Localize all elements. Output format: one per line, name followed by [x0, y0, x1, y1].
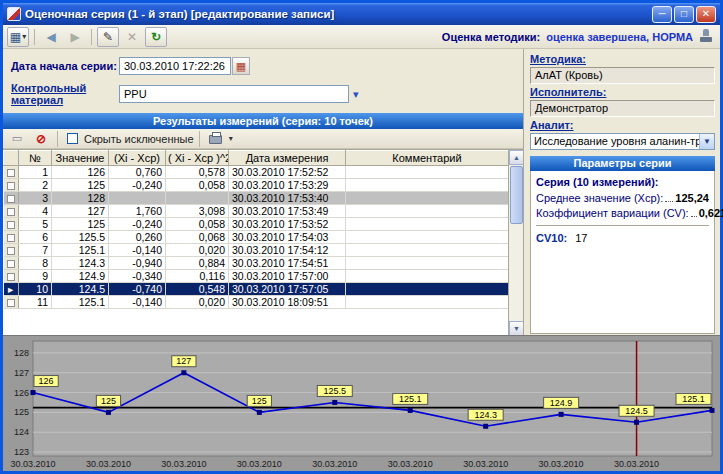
control-material-input[interactable] — [119, 85, 349, 103]
toolbar-separator — [91, 29, 92, 45]
svg-text:125: 125 — [101, 396, 116, 406]
add-measurement-button[interactable]: ▭ — [6, 130, 28, 147]
titlebar: Оценочная серия (1 - й этап) [редактиров… — [3, 3, 720, 25]
svg-text:30.03.2010: 30.03.2010 — [10, 459, 55, 469]
params-divider — [536, 225, 709, 226]
row-indicator — [4, 296, 19, 309]
analyte-label: Аналит: — [530, 119, 715, 131]
cell-value: 124.3 — [52, 257, 109, 270]
cell-diff: -0,140 — [109, 244, 166, 257]
control-material-label: Контрольный материал — [11, 82, 119, 106]
grid-scrollbar[interactable]: ▲ ▼ — [508, 150, 523, 336]
cancel-edit-button[interactable]: ✕ — [121, 27, 143, 47]
results-rows: 1 126 0,760 0,578 30.03.2010 17:52:52 2 … — [4, 166, 509, 309]
row-indicator — [4, 205, 19, 218]
table-row[interactable]: 4 127 1,760 3,098 30.03.2010 17:53:49 — [4, 205, 509, 218]
col-date[interactable]: Дата измерения — [229, 151, 346, 166]
svg-text:128: 128 — [14, 348, 29, 358]
analyte-value: Исследование уровня аланин-трансаминаз — [531, 134, 699, 149]
cell-num: 11 — [19, 296, 52, 309]
minimize-button[interactable]: ─ — [652, 6, 672, 23]
edit-record-button[interactable]: ✎ — [97, 27, 119, 47]
refresh-button[interactable]: ↻ — [145, 27, 167, 47]
svg-text:30.03.2010: 30.03.2010 — [463, 459, 508, 469]
table-row[interactable]: 8 124.3 -0,940 0,884 30.03.2010 17:54:51 — [4, 257, 509, 270]
executor-value: Демонстратор — [530, 100, 715, 117]
table-row[interactable]: 1 126 0,760 0,578 30.03.2010 17:52:52 — [4, 166, 509, 179]
col-value[interactable]: Значение — [52, 151, 109, 166]
analyte-dropdown-icon[interactable]: ▼ — [699, 134, 714, 149]
cell-diff2: 3,098 — [166, 205, 229, 218]
series-start-date-input[interactable] — [119, 57, 231, 75]
row-indicator — [4, 270, 19, 283]
col-comment[interactable]: Комментарий — [346, 151, 509, 166]
cell-diff2 — [166, 192, 229, 205]
cell-value: 124.9 — [52, 270, 109, 283]
scroll-down-button[interactable]: ▼ — [509, 321, 524, 336]
cell-diff — [109, 192, 166, 205]
row-indicator — [4, 166, 19, 179]
cell-comment — [346, 296, 509, 309]
table-row[interactable]: 5 125 -0,240 0,058 30.03.2010 17:53:52 — [4, 218, 509, 231]
row-indicator — [4, 218, 19, 231]
row-indicator — [4, 244, 19, 257]
close-button[interactable]: ✕ — [696, 6, 716, 23]
print-button[interactable] — [205, 130, 227, 147]
cell-comment — [346, 283, 509, 296]
maximize-button[interactable]: □ — [674, 6, 694, 23]
cv-label: Коэффициент вариации (CV): — [536, 207, 689, 219]
executor-label: Исполнитель: — [530, 86, 715, 98]
cell-comment — [346, 270, 509, 283]
scroll-up-button[interactable]: ▲ — [509, 150, 524, 165]
cell-comment — [346, 205, 509, 218]
cell-num: 8 — [19, 257, 52, 270]
edit-icon: ✎ — [103, 31, 113, 43]
cell-comment — [346, 166, 509, 179]
svg-text:127: 127 — [176, 356, 191, 366]
table-row[interactable]: 7 125.1 -0,140 0,020 30.03.2010 17:54:12 — [4, 244, 509, 257]
main-toolbar: ▦ ▾ ◀ ▶ ✎ ✕ ↻ Оценка методики: оценка за… — [3, 25, 720, 49]
cell-diff: 1,760 — [109, 205, 166, 218]
exclude-measurement-button[interactable]: ⊘ — [30, 130, 52, 147]
table-row[interactable]: 6 125.5 0,260 0,068 30.03.2010 17:54:03 — [4, 231, 509, 244]
svg-text:30.03.2010: 30.03.2010 — [161, 459, 206, 469]
analyte-combobox[interactable]: Исследование уровня аланин-трансаминаз ▼ — [530, 133, 715, 150]
col-diff[interactable]: (Xi - Xcp) — [109, 151, 166, 166]
material-dropdown-icon[interactable]: ▾ — [353, 88, 359, 101]
cell-date: 30.03.2010 17:53:49 — [229, 205, 346, 218]
cv10-row: CV10: 17 — [536, 232, 709, 244]
table-row[interactable]: 9 124.9 -0,340 0,116 30.03.2010 17:57:00 — [4, 270, 509, 283]
cell-comment — [346, 244, 509, 257]
cell-date: 30.03.2010 17:54:51 — [229, 257, 346, 270]
cv10-value: 17 — [575, 232, 587, 244]
table-row[interactable]: 11 125.1 -0,140 0,020 30.03.2010 18:09:5… — [4, 296, 509, 309]
cell-value: 125.1 — [52, 296, 109, 309]
svg-text:125.1: 125.1 — [682, 394, 705, 404]
cell-diff2: 0,058 — [166, 179, 229, 192]
cell-date: 30.03.2010 17:53:52 — [229, 218, 346, 231]
cell-date: 30.03.2010 17:54:12 — [229, 244, 346, 257]
series-count-label: Серия (10 измерений): — [536, 176, 709, 188]
svg-text:125: 125 — [14, 407, 29, 417]
table-row[interactable]: ▸ 10 124.5 -0,740 0,548 30.03.2010 17:57… — [4, 283, 509, 296]
hide-excluded-checkbox[interactable] — [67, 133, 78, 144]
dataset-menu-button[interactable]: ▦ ▾ — [7, 27, 29, 47]
status-label: Оценка методики: — [442, 31, 540, 43]
method-label: Методика: — [530, 53, 715, 65]
dotted-leader — [665, 201, 673, 202]
calendar-button[interactable]: ▦ — [232, 57, 250, 75]
table-row[interactable]: 3 128 30.03.2010 17:53:40 — [4, 192, 509, 205]
next-record-icon: ▶ — [70, 31, 79, 43]
cell-comment — [346, 218, 509, 231]
col-num[interactable]: № — [19, 151, 52, 166]
col-indicator — [4, 151, 19, 166]
next-record-button[interactable]: ▶ — [64, 27, 86, 47]
cell-num: 10 — [19, 283, 52, 296]
prev-record-button[interactable]: ◀ — [40, 27, 62, 47]
scrollbar-thumb[interactable] — [510, 166, 523, 224]
calendar-icon: ▦ — [236, 60, 246, 73]
print-dropdown-icon[interactable]: ▾ — [229, 135, 233, 143]
cell-date: 30.03.2010 17:54:03 — [229, 231, 346, 244]
table-row[interactable]: 2 125 -0,240 0,058 30.03.2010 17:53:29 — [4, 179, 509, 192]
col-diff2[interactable]: ( Xi - Xcp )^2 — [166, 151, 229, 166]
